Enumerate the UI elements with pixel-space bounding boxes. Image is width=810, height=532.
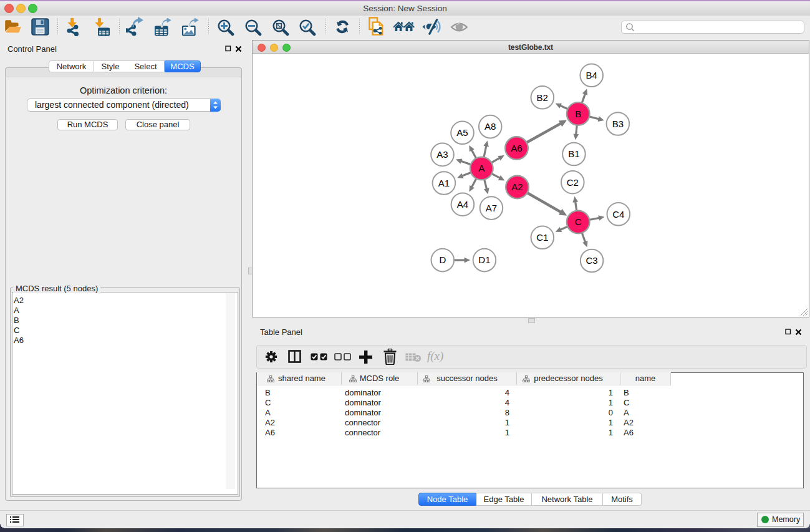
svg-text:C3: C3 (586, 255, 598, 266)
svg-text:A4: A4 (457, 199, 468, 210)
svg-text:A5: A5 (456, 127, 468, 138)
svg-text:A6: A6 (511, 143, 522, 153)
svg-text:C: C (575, 216, 582, 227)
svg-text:B3: B3 (612, 118, 624, 129)
svg-text:A7: A7 (486, 203, 497, 213)
svg-text:B: B (575, 109, 581, 119)
svg-text:A8: A8 (485, 121, 496, 132)
svg-text:B4: B4 (586, 70, 597, 80)
svg-text:C2: C2 (567, 177, 579, 188)
svg-text:A: A (478, 163, 485, 173)
svg-text:C4: C4 (612, 209, 624, 220)
svg-text:D1: D1 (478, 254, 490, 265)
svg-text:B2: B2 (537, 92, 548, 103)
svg-text:A2: A2 (511, 181, 523, 192)
svg-text:B1: B1 (568, 148, 579, 159)
svg-text:A1: A1 (438, 178, 450, 188)
svg-text:D: D (439, 254, 446, 265)
svg-text:C1: C1 (536, 232, 548, 243)
svg-text:A3: A3 (436, 149, 448, 160)
